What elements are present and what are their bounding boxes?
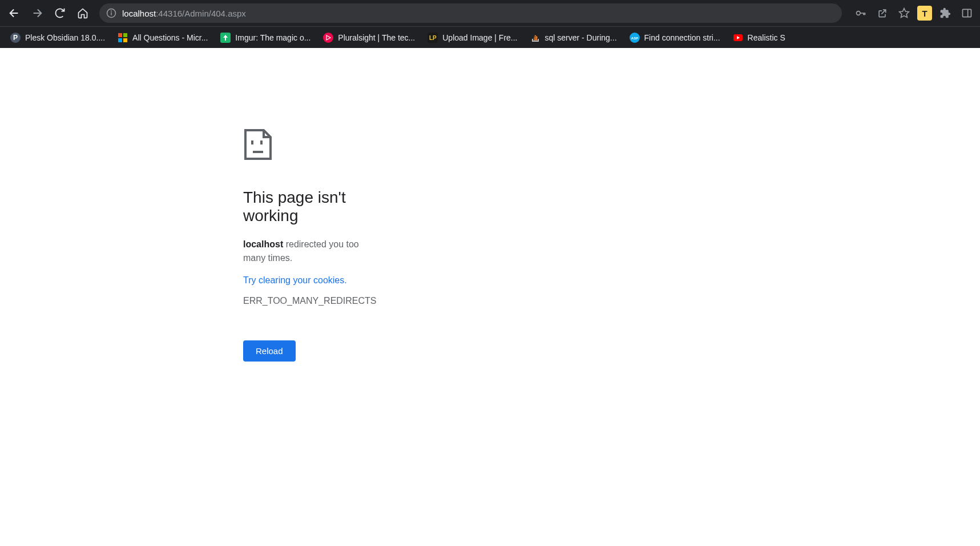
sad-page-icon [243, 128, 365, 161]
svg-marker-4 [900, 9, 909, 18]
svg-rect-22 [253, 151, 263, 153]
home-icon [77, 7, 88, 19]
youtube-icon [733, 33, 743, 43]
content-area: This page isn't working localhost redire… [0, 48, 980, 546]
reload-icon [54, 7, 66, 19]
link-period: . [344, 275, 346, 285]
bookmark-youtube[interactable]: Realistic S [727, 30, 791, 46]
bookmark-star-icon[interactable] [896, 5, 913, 22]
bookmark-label: Pluralsight | The tec... [338, 33, 415, 42]
svg-rect-21 [260, 140, 263, 144]
error-host: localhost [243, 239, 283, 249]
toolbar-right: T [849, 5, 975, 22]
forward-button[interactable] [27, 3, 47, 23]
bookmark-upload[interactable]: LP Upload Image | Fre... [422, 30, 523, 46]
profile-letter: T [922, 9, 927, 18]
password-key-icon[interactable] [852, 5, 869, 22]
reload-nav-button[interactable] [50, 3, 70, 23]
bookmark-stackoverflow[interactable]: sql server - During... [525, 30, 623, 46]
svg-rect-9 [118, 33, 122, 37]
browser-chrome: localhost:44316/Admin/404.aspx T [0, 0, 980, 48]
site-info-icon[interactable] [106, 8, 116, 18]
svg-rect-12 [123, 38, 127, 42]
error-link-wrapper: Try clearing your cookies. [243, 275, 365, 296]
error-page: This page isn't working localhost redire… [0, 48, 365, 362]
svg-point-3 [857, 11, 861, 15]
plesk-icon: P [10, 33, 21, 43]
url-path: :44316/Admin/404.aspx [156, 9, 246, 18]
bookmark-microsoft[interactable]: All Questions - Micr... [112, 30, 213, 46]
microsoft-icon [118, 33, 128, 43]
asp-icon: ASP [630, 33, 640, 43]
bookmark-label: Upload Image | Fre... [442, 33, 517, 42]
svg-rect-20 [251, 140, 253, 144]
toolbar: localhost:44316/Admin/404.aspx T [0, 0, 980, 26]
url-host: localhost [122, 9, 156, 18]
clear-cookies-link[interactable]: Try clearing your cookies [243, 275, 344, 286]
url-display: localhost:44316/Admin/404.aspx [122, 9, 246, 18]
bookmark-imgur[interactable]: Imgur: The magic o... [215, 30, 316, 46]
svg-text:ASP: ASP [631, 37, 638, 40]
svg-point-14 [323, 33, 333, 43]
bookmark-label: Find connection stri... [644, 33, 720, 42]
svg-point-2 [111, 11, 112, 11]
bookmark-pluralsight[interactable]: Pluralsight | The tec... [317, 30, 421, 46]
reload-button[interactable]: Reload [243, 340, 296, 362]
bookmark-label: Realistic S [748, 33, 785, 42]
bookmark-label: sql server - During... [545, 33, 617, 42]
bookmark-label: Plesk Obsidian 18.0.... [25, 33, 105, 42]
share-icon[interactable] [874, 5, 891, 22]
svg-rect-11 [118, 38, 122, 42]
arrow-left-icon [8, 7, 21, 19]
back-button[interactable] [5, 3, 24, 23]
error-code: ERR_TOO_MANY_REDIRECTS [243, 296, 365, 306]
svg-rect-5 [963, 9, 971, 17]
extensions-icon[interactable] [937, 5, 954, 22]
bookmark-label: All Questions - Micr... [132, 33, 208, 42]
arrow-right-icon [31, 7, 43, 19]
pluralsight-icon [323, 33, 333, 43]
bookmarks-bar: P Plesk Obsidian 18.0.... All Questions … [0, 26, 980, 48]
bookmark-label: Imgur: The magic o... [235, 33, 310, 42]
error-title: This page isn't working [243, 188, 365, 225]
svg-text:LP: LP [429, 35, 437, 41]
imgur-icon [220, 33, 231, 43]
svg-text:P: P [13, 34, 18, 42]
profile-badge[interactable]: T [917, 6, 932, 21]
address-bar[interactable]: localhost:44316/Admin/404.aspx [99, 3, 842, 23]
svg-rect-10 [123, 33, 127, 37]
home-button[interactable] [73, 3, 92, 23]
bookmark-asp[interactable]: ASP Find connection stri... [624, 30, 726, 46]
bookmark-plesk[interactable]: P Plesk Obsidian 18.0.... [5, 30, 111, 46]
side-panel-icon[interactable] [958, 5, 975, 22]
upload-icon: LP [428, 33, 438, 43]
error-description: localhost redirected you too many times. [243, 238, 365, 265]
stackoverflow-icon [530, 33, 541, 43]
